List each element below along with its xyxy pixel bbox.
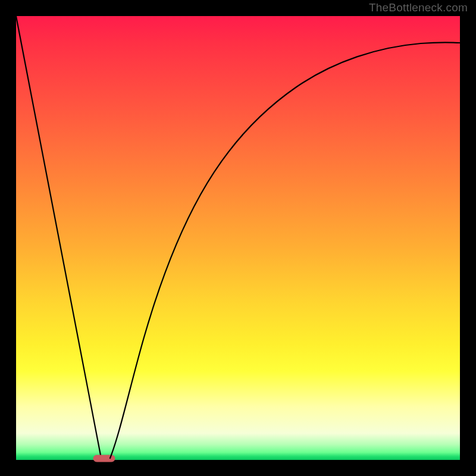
bottleneck-minimum-marker [93, 455, 115, 462]
chart-frame: TheBottleneck.com [0, 0, 476, 476]
watermark-text: TheBottleneck.com [369, 1, 468, 14]
descending-line [16, 16, 101, 458]
plot-area [16, 16, 460, 460]
rising-curve [110, 42, 460, 458]
chart-svg [16, 16, 460, 460]
